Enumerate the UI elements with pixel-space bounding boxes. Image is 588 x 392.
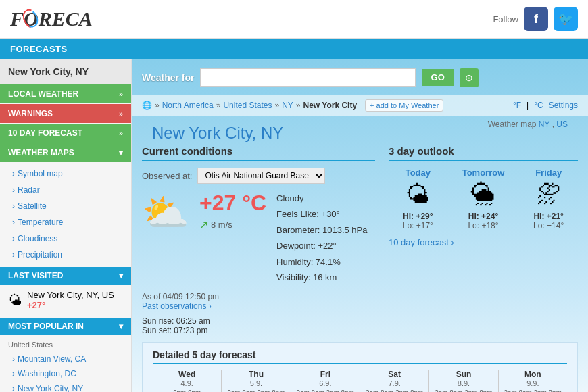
popular-washington[interactable]: Washington, DC (0, 366, 131, 381)
visited-city: New York City, NY, US (27, 290, 114, 300)
weather-map-label: Weather map (488, 120, 537, 129)
time-label: 8am (381, 389, 394, 392)
weather-map-line: Weather map NY , US (478, 118, 578, 134)
forecast-day-name-0: Wed (156, 370, 218, 379)
celsius-unit[interactable]: °C (534, 101, 543, 110)
sidebar-warnings[interactable]: WARNINGS » (0, 104, 131, 123)
station-select[interactable]: Otis Air National Guard Base (197, 168, 325, 184)
three-day-outlook-col: 3 day outlook Today 🌤 Hi: +29° Lo: +17° … (389, 145, 578, 335)
forecast-day-name-2: Fri (295, 370, 356, 379)
sidebar: New York City, NY LOCAL WEATHER » WARNIN… (0, 59, 132, 392)
forecast-day-sat: Sat7.9.2am8am2pm8pm🌥🌥🌤🌤 (360, 370, 429, 392)
weather-for-label: Weather for (142, 72, 195, 83)
sidebar-local-weather[interactable]: LOCAL WEATHER » (0, 84, 131, 103)
temp-block: +27 °C ↗ 8 m/s (199, 191, 266, 231)
sidebar-sub-menu: Symbol map Radar Satellite Temperature C… (0, 163, 131, 266)
logo-o-wrap: O (24, 7, 39, 30)
search-bar: Weather for GO ⊙ (132, 59, 588, 95)
time-label: 2am (435, 389, 448, 392)
visited-item[interactable]: 🌤 New York City, NY, US +27° (0, 285, 131, 316)
today-hi: Hi: +29° (389, 212, 447, 221)
tomorrow-icon: 🌦 (454, 180, 513, 209)
outlook-title: 3 day outlook (389, 145, 578, 161)
city-title: New York City, NY (142, 118, 293, 145)
settings-link[interactable]: Settings (549, 101, 578, 110)
warnings-label: WARNINGS (8, 109, 53, 118)
visited-temp: +27° (27, 300, 114, 310)
feels-like: Feels Like: +30° (276, 206, 367, 222)
forecast-day-name-1: Thu (225, 370, 287, 379)
sidebar-precipitation[interactable]: Precipitation (0, 247, 131, 263)
forecast-day-thu: Thu5.9.2am8am2pm8pm🌙🌥🌧🌧 (222, 370, 291, 392)
conditions-list: Cloudy Feels Like: +30° Barometer: 1013.… (276, 191, 367, 285)
outlook-today: Today 🌤 Hi: +29° Lo: +17° (389, 168, 447, 230)
wind-arrow-icon: ↗ (199, 218, 208, 231)
sidebar-satellite[interactable]: Satellite (0, 198, 131, 214)
forecast-date-1: 5.9. (225, 379, 287, 387)
outlook-friday: Friday ⛈ Hi: +21° Lo: +14° (519, 168, 578, 230)
friday-icon: ⛈ (519, 180, 578, 209)
sidebar-temperature[interactable]: Temperature (0, 214, 131, 230)
forecast-date-2: 6.9. (295, 379, 356, 387)
condition-cloudy: Cloudy (276, 191, 367, 206)
forecast-date-0: 4.9. (156, 379, 218, 387)
past-observations-link[interactable]: Past observations › (142, 301, 375, 311)
time-label: 2pm (464, 389, 478, 392)
forecast-times-0: 2pm8pm (156, 389, 218, 392)
forecast5-title: Detailed 5 day forecast (153, 349, 567, 364)
sidebar-weather-maps[interactable]: WEATHER MAPS ▾ (0, 143, 131, 162)
search-input[interactable] (200, 68, 416, 87)
sunset: Sun set: 07:23 pm (142, 326, 375, 335)
wind-block: ↗ 8 m/s (199, 218, 266, 231)
popular-new-york[interactable]: New York City, NY (0, 381, 131, 392)
ny-link[interactable]: NY (282, 101, 293, 110)
barometer: Barometer: 1013.5 hPa (276, 222, 367, 238)
map-ny-link[interactable]: NY (539, 120, 549, 129)
facebook-button[interactable]: f (524, 7, 548, 31)
content-area: Weather for GO ⊙ 🌐 » North America » Uni… (132, 59, 588, 392)
north-america-link[interactable]: North America (162, 101, 214, 110)
current-weather-icon: ⛅ (142, 191, 189, 235)
sidebar-symbol-map[interactable]: Symbol map (0, 166, 131, 182)
logo: F O RECA (10, 7, 93, 30)
tomorrow-hi: Hi: +24° (454, 212, 513, 221)
time-label: 8pm (341, 389, 354, 392)
today-lo: Lo: +17° (389, 221, 447, 230)
forecast-times-3: 2am8am2pm8pm (364, 389, 425, 392)
forecast-day-mon: Mon9.9.2am8am2pm8pm☀☀🌤🌤 (499, 370, 567, 392)
maps-arrow: ▾ (119, 149, 123, 157)
go-button[interactable]: GO (422, 69, 454, 86)
outlook-days: Today 🌤 Hi: +29° Lo: +17° Tomorrow 🌦 Hi:… (389, 168, 578, 230)
ten-day-link[interactable]: 10 day forecast › (389, 237, 578, 247)
follow-label: Follow (493, 14, 518, 24)
five-day-forecast: Detailed 5 day forecast Wed4.9.2pm8pm🌤🌙T… (142, 342, 578, 392)
breadcrumb-left: 🌐 » North America » United States » NY »… (142, 99, 443, 112)
local-weather-arrow: » (119, 90, 123, 98)
sidebar-cloudiness[interactable]: Cloudiness (0, 230, 131, 247)
temp-value: +27 °C (199, 191, 266, 216)
add-to-my-weather[interactable]: + add to My Weather (365, 99, 443, 112)
time-label: 8pm (188, 389, 201, 392)
map-us-link[interactable]: US (556, 120, 568, 129)
forecasts-nav-item[interactable]: FORECASTS (10, 44, 68, 54)
header: F O RECA Follow f 🐦 (0, 0, 588, 39)
time-label: 2pm (326, 389, 339, 392)
time-label: 8pm (479, 389, 493, 392)
united-states-link[interactable]: United States (223, 101, 272, 110)
sidebar-radar[interactable]: Radar (0, 182, 131, 198)
twitter-button[interactable]: 🐦 (554, 7, 578, 31)
forecast-date-5: 9.9. (502, 379, 564, 387)
logo-o-circle: O (24, 7, 39, 30)
forecast-day-fri: Fri6.9.2am8am2pm8pm⛈🌧🌤🌥 (291, 370, 360, 392)
sidebar-10day[interactable]: 10 DAY FORECAST » (0, 124, 131, 143)
forecast-day-name-5: Mon (502, 370, 564, 379)
time-label: 8pm (272, 389, 285, 392)
forecast-times-1: 2am8am2pm8pm (225, 389, 287, 392)
location-button[interactable]: ⊙ (460, 68, 479, 87)
friday-lo: Lo: +14° (519, 221, 578, 230)
popular-mountain-view[interactable]: Mountain View, CA (0, 351, 131, 366)
fahrenheit-unit[interactable]: °F (513, 101, 521, 110)
wind-speed: 8 m/s (211, 220, 232, 230)
time-label: 2am (366, 389, 379, 392)
friday-hi: Hi: +21° (519, 212, 578, 221)
